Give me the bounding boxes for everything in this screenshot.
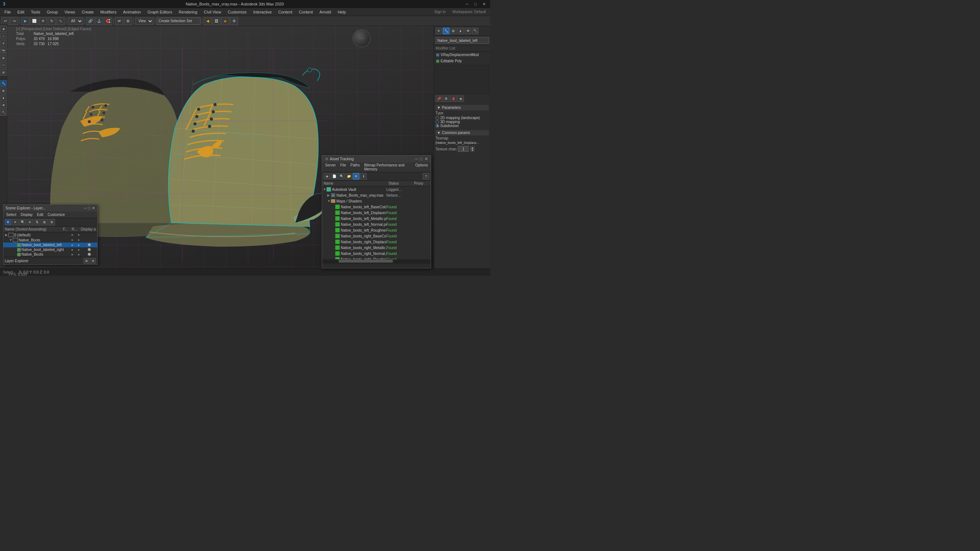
menu-animation[interactable]: Animation bbox=[120, 9, 144, 15]
modifier-editable-poly[interactable]: Editable Poly bbox=[434, 58, 490, 64]
create-spacewarps-button[interactable]: 〰 bbox=[0, 62, 7, 68]
at-row-img-2[interactable]: Native_boots_left_Metallic.png Found bbox=[322, 216, 431, 221]
menu-views[interactable]: Views bbox=[62, 9, 78, 15]
texture-chan-input[interactable] bbox=[458, 146, 469, 152]
menu-group[interactable]: Group bbox=[44, 9, 61, 15]
create-selection-set-input[interactable] bbox=[157, 17, 200, 25]
se-tb-new-btn[interactable]: ✕ bbox=[12, 219, 19, 225]
at-menu-file[interactable]: File bbox=[338, 162, 348, 172]
utilities-panel-button[interactable]: 🔨 bbox=[0, 109, 7, 116]
display-panel-button[interactable]: 👁 bbox=[0, 102, 7, 108]
modify-panel-button[interactable]: 🔧 bbox=[0, 80, 7, 87]
at-menu-options[interactable]: Options bbox=[413, 162, 430, 172]
bind-button[interactable]: ⚓ bbox=[95, 17, 103, 25]
mirror-button[interactable]: ⇌ bbox=[115, 17, 123, 25]
texture-chan-up[interactable]: ▲ bbox=[470, 146, 474, 149]
menu-civil-view[interactable]: Civil View bbox=[201, 9, 224, 15]
align-button[interactable]: ⊞ bbox=[124, 17, 132, 25]
se-footer-config-btn[interactable]: ⚙ bbox=[90, 258, 96, 264]
radio-2d-mapping[interactable]: 2D mapping (landscape) bbox=[436, 116, 489, 120]
scale-button[interactable]: ⤡ bbox=[56, 17, 65, 25]
radio-3d-mapping[interactable]: 3D mapping bbox=[436, 120, 489, 124]
se-row-default-layer[interactable]: ▶ 0 (default) ● ● bbox=[3, 232, 97, 237]
at-title-bar[interactable]: ⚙ Asset Tracking ─ □ ✕ bbox=[322, 156, 431, 162]
parameters-section-header[interactable]: ▼ Parameters bbox=[436, 105, 489, 110]
rotate-button[interactable]: ↻ bbox=[48, 17, 56, 25]
at-restore-btn[interactable]: □ bbox=[420, 157, 422, 161]
menu-help[interactable]: Help bbox=[334, 9, 349, 15]
sign-in-button[interactable]: Sign In bbox=[431, 10, 449, 14]
menu-interactive[interactable]: Content bbox=[275, 9, 296, 15]
navigation-cube[interactable]: TOP bbox=[352, 29, 372, 49]
make-unique-button[interactable]: ◈ bbox=[457, 95, 464, 102]
at-minimize-btn[interactable]: ─ bbox=[415, 157, 418, 161]
se-menu-display[interactable]: Display bbox=[19, 212, 34, 217]
at-tb-btn4[interactable]: 📁 bbox=[345, 173, 352, 179]
select-region-button[interactable]: ⬜ bbox=[30, 17, 38, 25]
link-button[interactable]: 🔗 bbox=[86, 17, 94, 25]
at-tb-btn1[interactable]: ◈ bbox=[324, 173, 330, 179]
se-tb-search-btn[interactable]: 🔍 bbox=[19, 219, 26, 225]
menu-scripting[interactable]: Interactive bbox=[250, 9, 275, 15]
at-row-max-file[interactable]: ▶ M Native_Boots_max_vray.max Networ... bbox=[322, 192, 431, 198]
modifier-vray-displace[interactable]: VRayDisplacementMod bbox=[434, 52, 490, 58]
menu-file[interactable]: File bbox=[2, 9, 14, 15]
remove-mod-button[interactable]: 🗑 bbox=[450, 95, 457, 102]
configure-button[interactable]: ⚙ bbox=[443, 95, 449, 102]
scene-explorer-title-bar[interactable]: Scene Explorer - Layer... ─ □ ✕ bbox=[3, 205, 97, 211]
snap-button[interactable]: 🧲 bbox=[104, 17, 112, 25]
se-tb-options-btn[interactable]: ⚙ bbox=[48, 219, 55, 225]
at-tb-btn2[interactable]: 📄 bbox=[331, 173, 337, 179]
at-menu-paths[interactable]: Paths bbox=[348, 162, 362, 172]
se-footer-layers-btn[interactable]: ⊞ bbox=[83, 258, 89, 264]
menu-graph-editors[interactable]: Graph Editors bbox=[145, 9, 175, 15]
hierarchy-panel-btn[interactable]: ⊞ bbox=[450, 28, 457, 34]
at-tb-btn5[interactable]: ⚙ bbox=[353, 173, 360, 179]
material-editor-button[interactable]: ◈ bbox=[221, 17, 229, 25]
at-row-img-6[interactable]: Native_boots_right_Displacement.png Foun… bbox=[322, 239, 431, 245]
at-row-img-0[interactable]: Native_boots_left_BaseColor.png Found bbox=[322, 204, 431, 210]
se-restore-btn[interactable]: □ bbox=[88, 206, 91, 211]
at-row-img-9[interactable]: Native_boots_right_Roughness.png Found bbox=[322, 256, 431, 259]
at-row-img-8[interactable]: Native_boots_right_Normal.png Found bbox=[322, 251, 431, 256]
create-systems-button[interactable]: ⚙ bbox=[0, 69, 7, 76]
close-button[interactable]: ✕ bbox=[481, 2, 487, 6]
at-close-btn[interactable]: ✕ bbox=[425, 157, 428, 161]
at-row-img-5[interactable]: Native_boots_right_BaseColor.png Found bbox=[322, 233, 431, 239]
se-close-btn[interactable]: ✕ bbox=[92, 206, 95, 211]
menu-modifiers[interactable]: Modifiers bbox=[97, 9, 119, 15]
se-row-boot-right[interactable]: Native_boot_labeled_right ● ● 🔘 bbox=[3, 247, 97, 252]
se-row-native-boots-layer[interactable]: ▼ Native_Boots ● ● bbox=[3, 237, 97, 243]
render-button[interactable]: ◀ bbox=[204, 17, 212, 25]
se-tb-layer-btn[interactable]: ⊞ bbox=[41, 219, 48, 225]
at-tb-btn3[interactable]: 🔍 bbox=[338, 173, 345, 179]
object-name-input[interactable] bbox=[436, 37, 489, 44]
filter-dropdown[interactable]: All bbox=[68, 17, 83, 25]
modify-panel-btn[interactable]: 🔧 bbox=[443, 28, 449, 34]
at-row-vault[interactable]: ▼ Autodesk Vault Logged... bbox=[322, 186, 431, 192]
at-tb-btn6[interactable]: ℹ bbox=[360, 173, 367, 179]
menu-edit[interactable]: Edit bbox=[14, 9, 27, 15]
se-minimize-btn[interactable]: ─ bbox=[84, 206, 87, 211]
menu-rendering[interactable]: Rendering bbox=[176, 9, 200, 15]
menu-arnold[interactable]: Arnold bbox=[317, 9, 334, 15]
at-menu-bitmap-perf[interactable]: Bitmap Performance and Memory bbox=[362, 162, 413, 172]
move-button[interactable]: ✛ bbox=[39, 17, 47, 25]
se-row-boot-left[interactable]: Native_boot_labeled_left ● ● 🔘 bbox=[3, 243, 97, 247]
hierarchy-panel-button[interactable]: ⊞ bbox=[0, 87, 7, 94]
render-setup-button[interactable]: ⚙ bbox=[230, 17, 238, 25]
at-row-img-3[interactable]: Native_boots_left_Normal.png Found bbox=[322, 221, 431, 227]
maximize-button[interactable]: □ bbox=[473, 2, 478, 6]
at-menu-server[interactable]: Server bbox=[323, 162, 338, 172]
minimize-button[interactable]: ─ bbox=[464, 2, 470, 6]
create-geometry-button[interactable]: ◈ bbox=[0, 25, 7, 32]
select-object-button[interactable]: ▶ bbox=[22, 17, 30, 25]
at-row-img-1[interactable]: Native_boots_left_Displacement.png Found bbox=[322, 210, 431, 216]
radio-subdivision[interactable]: Subdivision bbox=[436, 124, 489, 128]
motion-panel-button[interactable]: ⏵ bbox=[0, 95, 7, 101]
texture-chan-down[interactable]: ▼ bbox=[470, 149, 474, 151]
menu-customize[interactable]: Customize bbox=[225, 9, 250, 15]
create-lights-button[interactable]: ☀ bbox=[0, 40, 7, 47]
at-horiz-scrollbar[interactable] bbox=[322, 259, 431, 263]
at-tb-btn-help[interactable]: ? bbox=[423, 173, 429, 179]
